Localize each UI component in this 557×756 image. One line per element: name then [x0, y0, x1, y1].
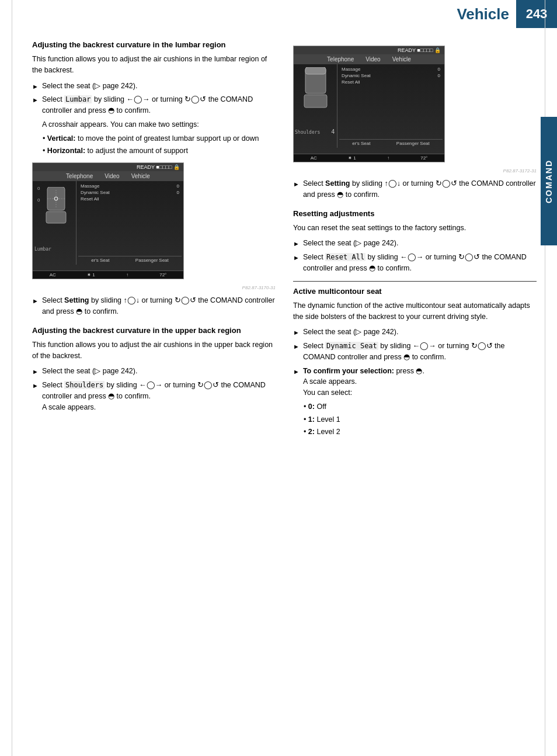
- chapter-tab: COMAND: [541, 117, 557, 245]
- section-resetting-body: You can reset the seat settings to the f…: [293, 223, 537, 234]
- page-title: Vehicle: [457, 5, 516, 23]
- comand-topbar-2: READY ■□□□□ 🔒: [294, 46, 444, 54]
- right-column: READY ■□□□□ 🔒 Telephone Video Vehicle: [293, 40, 537, 439]
- comand-content-2: Shoulders 4 Massage0 Dynamic Seat0 Reset…: [294, 64, 444, 148]
- bullet-active-1-text: Select the seat (▷ page 242).: [303, 327, 399, 338]
- scale-0-mid: 0: [37, 197, 40, 203]
- header-title-area: Vehicle: [0, 0, 516, 28]
- bullet-lumbar-1-text: Select the seat (▷ page 242).: [42, 81, 138, 92]
- bullet-arrow-icon: ►: [293, 342, 300, 352]
- bullet-active-2-text: Select Dynamic Seat by sliding ←◯→ or tu…: [303, 341, 537, 363]
- section-upper-back-title: Adjusting the backrest curvature in the …: [32, 325, 276, 336]
- page-number: 243: [516, 0, 557, 28]
- page-header: Vehicle 243: [0, 0, 557, 28]
- bullet-arrow-icon: ►: [32, 82, 39, 92]
- figure-label-lumbar: P82.87-3170-31: [32, 285, 276, 290]
- section-active-multicontour: Active multicontour seat The dynamic fun…: [293, 286, 537, 438]
- bullet-active-3: ► To confirm your selection: press ◓.A s…: [293, 366, 537, 398]
- left-column: Adjusting the backrest curvature in the …: [32, 40, 276, 439]
- bullet-reset-1: ► Select the seat (▷ page 242).: [293, 238, 537, 249]
- bullet-setting-right: ► Select Setting by sliding ↑◯↓ or turni…: [293, 178, 537, 200]
- option-massage-1: Massage0: [78, 183, 182, 189]
- seat-labels-2: er's Seat Passenger Seat: [339, 139, 443, 146]
- scale-4: 4: [331, 129, 335, 135]
- option-resetall-2: Reset All: [339, 79, 443, 85]
- bullet-active-3-text: To confirm your selection: press ◓.A sca…: [303, 366, 424, 398]
- comand-nav-telephone-2: Telephone: [327, 56, 354, 63]
- bullet-active-2: ► Select Dynamic Seat by sliding ←◯→ or …: [293, 341, 537, 363]
- bullet-lumbar-2-text: Select Lumbar by sliding ←◯→ or turning …: [42, 94, 276, 116]
- comand-nav-vehicle-1: Vehicle: [131, 173, 150, 179]
- svg-rect-7: [304, 95, 327, 107]
- bullet-reset-2-text: Select Reset All by sliding ←◯→ or turni…: [303, 252, 537, 274]
- sub-bullet-horizontal-label: Horizontal:: [47, 147, 85, 155]
- option-massage-2: Massage0: [339, 66, 443, 72]
- section-active-title: Active multicontour seat: [293, 286, 537, 297]
- bullet-upper-1: ► Select the seat (▷ page 242).: [32, 366, 276, 377]
- bullet-arrow-icon: ►: [293, 367, 300, 377]
- comand-seat-panel-1: 0 0 Lumbar: [33, 181, 76, 265]
- bullet-arrow-icon: ►: [32, 95, 39, 105]
- section-upper-back: Adjusting the backrest curvature in the …: [32, 325, 276, 413]
- comand-topbar-1: READY ■□□□□ 🔒: [33, 163, 183, 171]
- sub-bullet-0: 0: Off: [304, 401, 537, 412]
- comand-nav-1: Telephone Video Vehicle: [33, 171, 183, 181]
- comand-bottom-bar-1: AC ✷ 1 ↑ 72°: [33, 271, 183, 279]
- bullet-arrow-icon: ►: [293, 179, 300, 189]
- seat-svg-1: [41, 187, 71, 228]
- chapter-tab-label: COMAND: [544, 159, 553, 203]
- sub-bullet-1: 1: Level 1: [304, 414, 537, 425]
- sub-bullet-0-label: 0:: [308, 403, 315, 411]
- section-resetting-title: Resetting adjustments: [293, 209, 537, 219]
- bullet-arrow-icon: ►: [293, 239, 300, 249]
- sub-bullet-1-label: 1:: [308, 415, 315, 424]
- option-dynamic-2: Dynamic Seat0: [339, 72, 443, 79]
- option-resetall-1: Reset All: [78, 196, 182, 202]
- comand-bottom-bar-2: AC ✷ 1 ↑ 72°: [294, 154, 444, 162]
- comand-display-shoulders: READY ■□□□□ 🔒 Telephone Video Vehicle: [294, 46, 444, 162]
- bullet-arrow-icon: ►: [32, 381, 39, 391]
- sub-bullet-horizontal: Horizontal: to adjust the amount of supp…: [43, 145, 276, 157]
- bullet-setting-lumbar-text: Select Setting by sliding ↑◯↓ or turning…: [42, 295, 276, 317]
- section-active-body: The dynamic function of the active multi…: [293, 300, 537, 322]
- section-lumbar-body: This function allows you to adjust the a…: [32, 54, 276, 76]
- svg-rect-1: [46, 211, 66, 223]
- bullet-arrow-icon: ►: [32, 367, 39, 377]
- screen-shoulders-image: READY ■□□□□ 🔒 Telephone Video Vehicle: [293, 46, 445, 162]
- bullet-lumbar-2: ► Select Lumbar by sliding ←◯→ or turnin…: [32, 94, 276, 116]
- bullet-arrow-icon-placeholder: ►: [32, 120, 39, 130]
- comand-nav-2: Telephone Video Vehicle: [294, 54, 444, 64]
- comand-ready-label-2: READY ■□□□□ 🔒: [398, 47, 441, 53]
- section-lumbar: Adjusting the backrest curvature in the …: [32, 40, 276, 317]
- bullet-arrow-icon: ►: [32, 296, 39, 306]
- svg-rect-8: [305, 67, 326, 74]
- section-lumbar-title: Adjusting the backrest curvature in the …: [32, 40, 276, 50]
- comand-display-lumbar: READY ■□□□□ 🔒 Telephone Video Vehicle 0 …: [33, 163, 183, 279]
- scale-0-top: 0: [37, 186, 40, 191]
- bullet-lumbar-1: ► Select the seat (▷ page 242).: [32, 81, 276, 92]
- bullet-upper-2: ► Select Shoulders by sliding ←◯→ or tur…: [32, 380, 276, 412]
- comand-options-panel-2: Massage0 Dynamic Seat0 Reset All er's Se…: [337, 64, 444, 148]
- section-divider: [293, 281, 537, 282]
- bullet-setting-right-text: Select Setting by sliding ↑◯↓ or turning…: [303, 178, 537, 200]
- bullet-arrow-icon: ►: [293, 328, 300, 338]
- comand-options-panel-1: Massage0 Dynamic Seat0 Reset All er's Se…: [76, 181, 183, 265]
- shoulders-label: Shoulders: [295, 130, 320, 135]
- section-upper-back-body: This function allows you to adjust the a…: [32, 339, 276, 362]
- bullet-reset-1-text: Select the seat (▷ page 242).: [303, 238, 399, 249]
- bullet-arrow-icon: ►: [293, 253, 300, 263]
- option-dynamic-1: Dynamic Seat0: [78, 189, 182, 196]
- figure-label-shoulders: P82.87-3172-31: [293, 168, 537, 174]
- main-content: Adjusting the backrest curvature in the …: [0, 28, 557, 451]
- seat-labels-1: er's Seat Passenger Seat: [78, 256, 182, 263]
- sub-bullet-2-label: 2:: [308, 428, 315, 436]
- bullet-lumbar-3: ► A crosshair appears. You can make two …: [32, 119, 276, 130]
- comand-nav-telephone-1: Telephone: [66, 173, 93, 179]
- sub-bullet-2: 2: Level 2: [304, 426, 537, 438]
- bullet-setting-lumbar: ► Select Setting by sliding ↑◯↓ or turni…: [32, 295, 276, 317]
- bullet-lumbar-3-text: A crosshair appears. You can make two se…: [42, 119, 199, 130]
- comand-ready-label-1: READY ■□□□□ 🔒: [137, 164, 180, 170]
- comand-nav-vehicle-2: Vehicle: [392, 56, 411, 63]
- bullet-reset-2: ► Select Reset All by sliding ←◯→ or tur…: [293, 252, 537, 274]
- bullet-upper-2-text: Select Shoulders by sliding ←◯→ or turni…: [42, 380, 276, 412]
